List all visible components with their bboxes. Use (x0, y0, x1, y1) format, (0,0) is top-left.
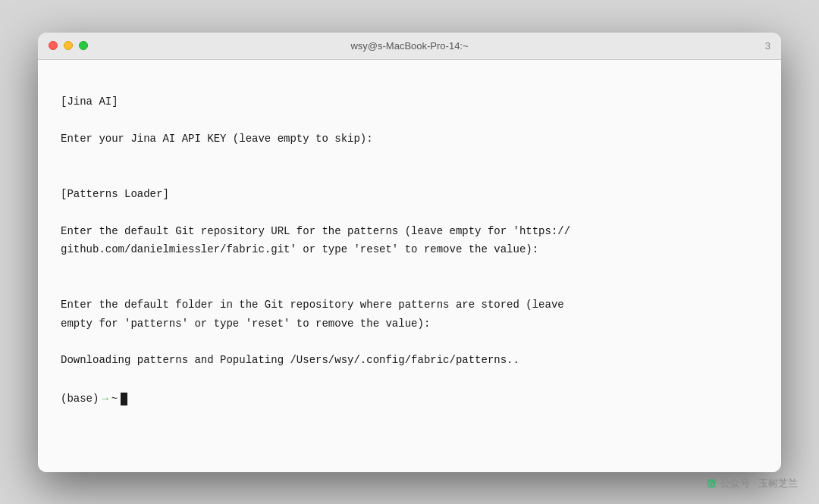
maximize-button[interactable] (79, 41, 88, 50)
close-button[interactable] (49, 41, 58, 50)
terminal-line: empty for 'patterns' or type 'reset' to … (61, 315, 758, 332)
terminal-line (61, 204, 758, 221)
prompt-base: (base) (61, 390, 99, 407)
window-title: wsy@s-MacBook-Pro-14:~ (350, 40, 468, 52)
terminal-line: github.com/danielmiessler/fabric.git' or… (61, 241, 758, 258)
terminal-line: [Jina AI] (61, 93, 758, 110)
terminal-line (61, 333, 758, 350)
terminal-line (61, 167, 758, 183)
command-prompt[interactable]: (base) → ~ (61, 390, 758, 407)
terminal-line (61, 149, 758, 165)
terminal-line (61, 278, 758, 295)
terminal-window: wsy@s-MacBook-Pro-14:~ 3 [Jina AI] Enter… (38, 33, 781, 472)
prompt-arrow-icon: → (102, 390, 108, 407)
terminal-line: Downloading patterns and Populating /Use… (61, 352, 758, 368)
terminal-line (61, 75, 758, 92)
cursor-block (121, 393, 127, 405)
terminal-line (61, 371, 758, 387)
traffic-lights (49, 41, 88, 50)
terminal-line (61, 259, 758, 276)
wechat-icon: 微 (707, 477, 717, 489)
watermark: 微 公众号 · 玉树芝兰 (707, 477, 798, 490)
terminal-line: Enter your Jina AI API KEY (leave empty … (61, 130, 758, 147)
terminal-body[interactable]: [Jina AI] Enter your Jina AI API KEY (le… (38, 60, 781, 472)
minimize-button[interactable] (64, 41, 73, 50)
terminal-line: Enter the default Git repository URL for… (61, 223, 758, 239)
terminal-line: [Patterns Loader] (61, 186, 758, 202)
terminal-line (61, 111, 758, 128)
tab-number: 3 (765, 40, 770, 52)
terminal-line: Enter the default folder in the Git repo… (61, 296, 758, 313)
titlebar: wsy@s-MacBook-Pro-14:~ 3 (38, 33, 781, 60)
prompt-tilde: ~ (111, 390, 118, 407)
watermark-text: 公众号 · 玉树芝兰 (720, 477, 798, 489)
